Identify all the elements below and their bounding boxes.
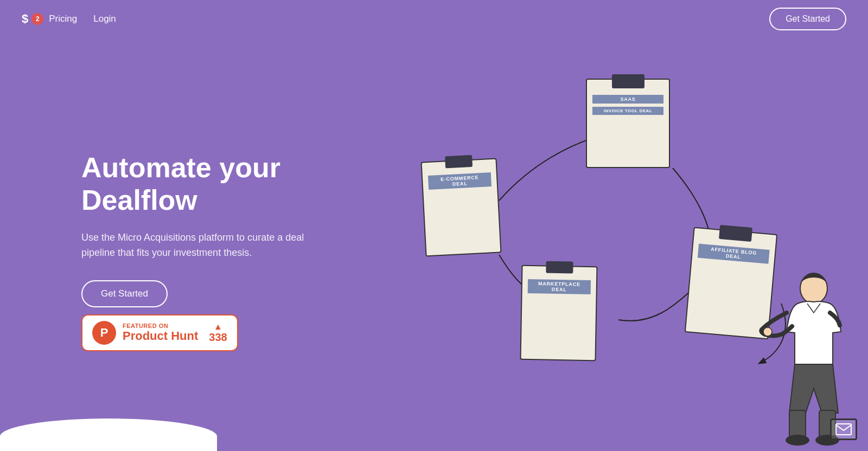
deal-card-marketplace: MARKETPLACE DEAL	[520, 265, 597, 361]
hero-subtitle: Use the Micro Acquisitions platform to c…	[81, 230, 309, 261]
nav-cta-area: Get Started	[769, 8, 846, 30]
card-clip-affiliate	[719, 225, 752, 242]
nav-pricing-link[interactable]: Pricing	[49, 14, 77, 24]
product-hunt-name: Product Hunt	[123, 329, 198, 343]
deal-label-saas: SAAS	[592, 95, 663, 104]
hero-title: Automate your Dealflow	[81, 152, 309, 217]
card-clip-ecommerce	[445, 155, 473, 169]
deal-label-marketplace: MARKETPLACE DEAL	[528, 279, 591, 294]
product-hunt-text: FEATURED ON Product Hunt	[123, 323, 198, 343]
deal-label-ecommerce: E-COMMERCE DEAL	[428, 172, 492, 190]
illustration-area: SAAS INVOICE TOOL DEAL E-COMMERCE DEAL M…	[353, 0, 868, 451]
wave-decoration	[0, 418, 217, 451]
product-hunt-count: ▲ 338	[209, 323, 227, 344]
svg-point-5	[763, 327, 772, 336]
deal-label2-saas: INVOICE TOOL DEAL	[592, 107, 663, 115]
navigation: $ 2 Pricing Login Get Started	[0, 0, 868, 38]
logo-dollar-icon: $	[22, 12, 28, 26]
product-hunt-arrow-icon: ▲	[214, 323, 222, 331]
hero-section: Automate your Dealflow Use the Micro Acq…	[81, 152, 309, 307]
nav-get-started-button[interactable]: Get Started	[769, 8, 846, 30]
product-hunt-number: 338	[209, 331, 227, 344]
card-clip-saas	[612, 74, 644, 88]
mail-icon[interactable]	[830, 418, 857, 440]
svg-point-3	[786, 435, 809, 446]
svg-rect-6	[836, 424, 851, 435]
product-hunt-featured-label: FEATURED ON	[123, 323, 198, 329]
nav-links: Pricing Login	[49, 14, 116, 24]
hero-get-started-button[interactable]: Get Started	[81, 280, 168, 307]
card-clip-marketplace	[546, 261, 573, 274]
deal-card-saas: SAAS INVOICE TOOL DEAL	[586, 79, 670, 168]
nav-login-link[interactable]: Login	[93, 14, 116, 24]
logo-badge: 2	[31, 13, 43, 25]
logo[interactable]: $ 2	[22, 12, 43, 26]
product-hunt-logo-icon: P	[92, 321, 116, 345]
deal-card-ecommerce: E-COMMERCE DEAL	[421, 158, 502, 256]
product-hunt-badge[interactable]: P FEATURED ON Product Hunt ▲ 338	[81, 314, 238, 351]
